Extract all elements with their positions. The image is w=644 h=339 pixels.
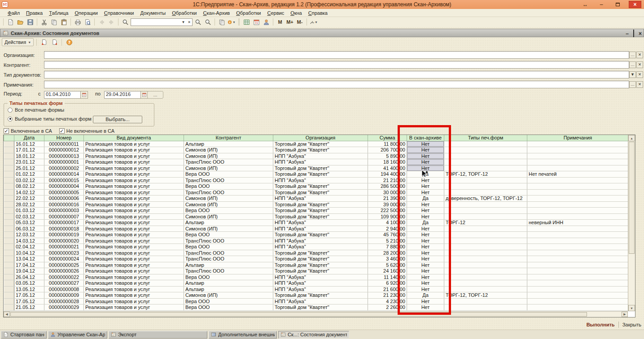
cell-date[interactable]: 08.02.12	[14, 183, 44, 190]
row-indicator[interactable]	[4, 208, 14, 214]
cell-in-archive[interactable]: Да	[407, 171, 444, 178]
cell-sum[interactable]: 5 620,00	[368, 262, 407, 268]
cell-sum[interactable]: 11 140,00	[368, 274, 407, 280]
cell-organization[interactable]: НПП "Азбука"	[273, 153, 368, 159]
cell-doc-kind[interactable]: Реализация товаров и услуг	[84, 274, 184, 280]
table-row[interactable]: 21.05.1200000000029Реализация товаров и …	[4, 304, 629, 311]
taskbar-tab[interactable]: Экспорт	[109, 331, 207, 339]
menu-item-таблица[interactable]: Таблица	[46, 9, 71, 17]
cell-doc-kind[interactable]: Реализация товаров и услуг	[84, 165, 184, 171]
cell-number[interactable]: 00000000004	[44, 183, 84, 190]
period-to-input[interactable]: 29.04.2016	[104, 91, 141, 99]
cell-date[interactable]: 17.01.12	[14, 147, 44, 153]
cell-organization[interactable]: НПП "Азбука"	[273, 177, 368, 183]
cell-organization[interactable]: Торговый дом "Квартет"	[273, 256, 368, 262]
cell-doc-kind[interactable]: Реализация товаров и услуг	[84, 171, 184, 178]
memory-m-button[interactable]: М	[276, 18, 285, 26]
cell-note[interactable]	[527, 183, 629, 190]
cell-date[interactable]: 16.01.12	[14, 141, 44, 147]
cell-note[interactable]	[527, 244, 629, 250]
table-row[interactable]: 12.03.1200000000019Реализация товаров и …	[4, 232, 629, 238]
cell-note[interactable]	[527, 274, 629, 280]
cell-in-archive[interactable]: Нет	[407, 262, 444, 268]
filter-input[interactable]	[44, 81, 629, 88]
search-button[interactable]	[121, 18, 130, 26]
row-indicator[interactable]	[4, 256, 14, 262]
cell-in-archive[interactable]: Нет	[407, 141, 444, 147]
table-row[interactable]: 16.01.1200000000011Реализация товаров и …	[4, 141, 629, 147]
cell-print-form-types[interactable]	[444, 208, 527, 214]
horizontal-scrollbar[interactable]: ◀ ▶	[4, 311, 628, 317]
cell-sum[interactable]: 21 600,00	[368, 286, 407, 292]
cell-number[interactable]: 00000000021	[44, 244, 84, 250]
menu-item-справка[interactable]: Справка	[305, 9, 331, 17]
cell-organization[interactable]: НПП "Азбука"	[273, 220, 368, 226]
cell-sum[interactable]: 21 390,00	[368, 196, 407, 202]
row-indicator[interactable]	[4, 171, 14, 178]
cell-doc-kind[interactable]: Реализация товаров и услуг	[84, 238, 184, 244]
cell-organization[interactable]: НПП "Азбука"	[273, 298, 368, 304]
row-indicator[interactable]	[4, 213, 14, 220]
cell-contragent[interactable]: ТрансПлюс ООО	[184, 256, 273, 262]
cell-number[interactable]: 00000000023	[44, 250, 84, 256]
cell-note[interactable]	[527, 286, 629, 292]
cell-print-form-types[interactable]	[444, 256, 527, 262]
cell-note[interactable]	[527, 159, 629, 165]
filter-select-button[interactable]: …	[629, 81, 636, 88]
cell-number[interactable]: 00000000016	[44, 201, 84, 208]
cell-in-archive[interactable]: Нет	[407, 232, 444, 238]
cell-doc-kind[interactable]: Реализация товаров и услуг	[84, 250, 184, 256]
cell-organization[interactable]: Торговый дом "Квартет"	[273, 292, 368, 299]
cell-sum[interactable]: 194 400,00	[368, 171, 407, 178]
cell-print-form-types[interactable]	[444, 213, 527, 220]
cell-doc-kind[interactable]: Реализация товаров и услуг	[84, 262, 184, 268]
menu-item-обработки[interactable]: Обработки	[169, 9, 200, 17]
cell-print-form-types[interactable]	[444, 159, 527, 165]
cell-note[interactable]	[527, 262, 629, 268]
cell-contragent[interactable]: Вера ООО	[184, 274, 273, 280]
table-row[interactable]: 18.01.1200000000013Реализация товаров и …	[4, 153, 629, 159]
cell-number[interactable]: 00000000022	[44, 274, 84, 280]
cell-sum[interactable]: 2 940,00	[368, 226, 407, 232]
cell-doc-kind[interactable]: Реализация товаров и услуг	[84, 208, 184, 214]
cell-doc-kind[interactable]: Реализация товаров и услуг	[84, 304, 184, 311]
cell-in-archive[interactable]: Нет	[407, 280, 444, 287]
cell-number[interactable]: 00000000002	[44, 165, 84, 171]
row-indicator[interactable]	[4, 244, 14, 250]
menu-item-окна[interactable]: Окна	[287, 9, 305, 17]
cell-note[interactable]	[527, 165, 629, 171]
cell-sum[interactable]: 41 400,00	[368, 165, 407, 171]
cell-doc-kind[interactable]: Реализация товаров и услуг	[84, 201, 184, 208]
table-row[interactable]: 26.04.1200000000022Реализация товаров и …	[4, 274, 629, 280]
row-indicator[interactable]	[4, 183, 14, 190]
cell-doc-kind[interactable]: Реализация товаров и услуг	[84, 159, 184, 165]
cell-sum[interactable]: 6 920,00	[368, 280, 407, 287]
menu-item-сервис[interactable]: Сервис	[264, 9, 287, 17]
cell-in-archive[interactable]: Нет	[407, 274, 444, 280]
cell-print-form-types[interactable]	[444, 274, 527, 280]
cell-note[interactable]	[527, 141, 629, 147]
cell-organization[interactable]: Торговый дом "Квартет"	[273, 304, 368, 311]
checkbox-item[interactable]: ✓Не включенные в СА	[59, 128, 114, 134]
cell-number[interactable]: 00000000019	[44, 232, 84, 238]
cell-note[interactable]: неверный ИНН	[527, 220, 629, 226]
cell-number[interactable]: 00000000003	[44, 208, 84, 214]
cell-date[interactable]: 02.04.12	[14, 244, 44, 250]
cell-contragent[interactable]: Симонов (ИП)	[184, 201, 273, 208]
cell-date[interactable]: 17.04.12	[14, 262, 44, 268]
cell-contragent[interactable]: Вера ООО	[184, 183, 273, 190]
open-button[interactable]	[16, 18, 25, 26]
taskbar-tab[interactable]: Дополнительные внешние ...	[209, 331, 277, 339]
cell-number[interactable]: 00000000020	[44, 238, 84, 244]
cell-number[interactable]: 00000000013	[44, 153, 84, 159]
cell-print-form-types[interactable]	[444, 268, 527, 274]
forward-button[interactable]	[107, 18, 116, 26]
row-indicator[interactable]	[4, 196, 14, 202]
date-picker-icon[interactable]	[81, 91, 88, 99]
cell-doc-kind[interactable]: Реализация товаров и услуг	[84, 268, 184, 274]
cell-in-archive[interactable]: Нет	[407, 298, 444, 304]
cell-print-form-types[interactable]: ТОРГ-12	[444, 220, 527, 226]
period-more-button[interactable]: ...	[147, 91, 163, 99]
cell-print-form-types[interactable]	[444, 250, 527, 256]
cell-organization[interactable]: Торговый дом "Квартет"	[273, 213, 368, 220]
